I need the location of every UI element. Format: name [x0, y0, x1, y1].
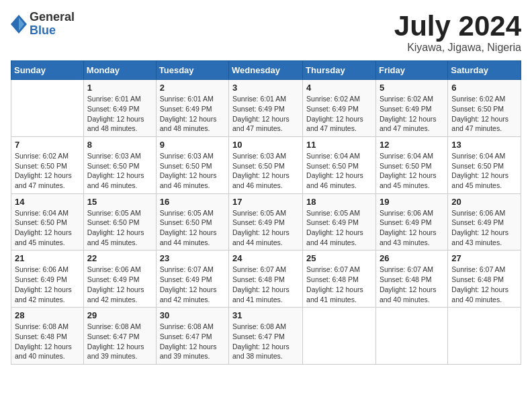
day-info: Sunrise: 6:07 AM Sunset: 6:48 PM Dayligh…: [451, 265, 517, 304]
day-number: 22: [87, 253, 152, 263]
day-info: Sunrise: 6:04 AM Sunset: 6:50 PM Dayligh…: [380, 151, 444, 191]
day-info: Sunrise: 6:01 AM Sunset: 6:49 PM Dayligh…: [160, 94, 225, 134]
day-cell: 9Sunrise: 6:03 AM Sunset: 6:50 PM Daylig…: [156, 136, 228, 193]
day-cell: 23Sunrise: 6:07 AM Sunset: 6:49 PM Dayli…: [156, 250, 228, 308]
day-cell: 10Sunrise: 6:03 AM Sunset: 6:50 PM Dayli…: [229, 136, 303, 193]
day-info: Sunrise: 6:08 AM Sunset: 6:48 PM Dayligh…: [15, 322, 80, 361]
day-info: Sunrise: 6:02 AM Sunset: 6:49 PM Dayligh…: [380, 94, 444, 134]
day-info: Sunrise: 6:06 AM Sunset: 6:49 PM Dayligh…: [380, 208, 444, 248]
day-info: Sunrise: 6:08 AM Sunset: 6:47 PM Dayligh…: [160, 322, 225, 361]
day-number: 31: [232, 310, 299, 320]
header-day-friday: Friday: [375, 61, 447, 80]
day-number: 26: [380, 253, 444, 263]
day-info: Sunrise: 6:08 AM Sunset: 6:47 PM Dayligh…: [232, 322, 299, 361]
day-number: 11: [306, 140, 372, 150]
subtitle: Kiyawa, Jigawa, Nigeria: [394, 42, 521, 54]
day-number: 21: [15, 253, 80, 263]
day-cell: 12Sunrise: 6:04 AM Sunset: 6:50 PM Dayli…: [375, 136, 447, 193]
week-row-5: 28Sunrise: 6:08 AM Sunset: 6:48 PM Dayli…: [11, 308, 521, 365]
day-info: Sunrise: 6:01 AM Sunset: 6:49 PM Dayligh…: [232, 94, 299, 134]
day-info: Sunrise: 6:04 AM Sunset: 6:50 PM Dayligh…: [451, 151, 517, 191]
day-info: Sunrise: 6:07 AM Sunset: 6:49 PM Dayligh…: [160, 265, 225, 304]
day-info: Sunrise: 6:04 AM Sunset: 6:50 PM Dayligh…: [306, 151, 372, 191]
header-day-tuesday: Tuesday: [156, 61, 228, 80]
day-cell: [448, 308, 521, 365]
day-number: 14: [15, 197, 80, 207]
day-cell: 18Sunrise: 6:05 AM Sunset: 6:49 PM Dayli…: [303, 193, 376, 250]
day-number: 1: [87, 83, 152, 93]
day-cell: 7Sunrise: 6:02 AM Sunset: 6:50 PM Daylig…: [11, 136, 84, 193]
day-number: 27: [451, 253, 517, 263]
day-number: 8: [87, 140, 152, 150]
day-number: 15: [87, 197, 152, 207]
day-cell: 8Sunrise: 6:03 AM Sunset: 6:50 PM Daylig…: [83, 136, 156, 193]
day-number: 23: [160, 253, 225, 263]
logo-general-text: General: [30, 11, 75, 24]
day-number: 6: [451, 83, 517, 93]
week-row-1: 1Sunrise: 6:01 AM Sunset: 6:49 PM Daylig…: [11, 80, 521, 137]
calendar-header: SundayMondayTuesdayWednesdayThursdayFrid…: [11, 61, 521, 80]
calendar-table: SundayMondayTuesdayWednesdayThursdayFrid…: [11, 60, 521, 365]
day-info: Sunrise: 6:01 AM Sunset: 6:49 PM Dayligh…: [87, 94, 152, 134]
day-number: 2: [160, 83, 225, 93]
day-cell: 5Sunrise: 6:02 AM Sunset: 6:49 PM Daylig…: [375, 80, 447, 137]
day-number: 4: [306, 83, 372, 93]
day-info: Sunrise: 6:03 AM Sunset: 6:50 PM Dayligh…: [87, 151, 152, 191]
day-cell: 29Sunrise: 6:08 AM Sunset: 6:47 PM Dayli…: [83, 308, 156, 365]
day-cell: [11, 80, 84, 137]
day-info: Sunrise: 6:03 AM Sunset: 6:50 PM Dayligh…: [232, 151, 299, 191]
day-cell: 25Sunrise: 6:07 AM Sunset: 6:48 PM Dayli…: [303, 250, 376, 308]
day-info: Sunrise: 6:05 AM Sunset: 6:49 PM Dayligh…: [306, 208, 372, 248]
day-cell: 6Sunrise: 6:02 AM Sunset: 6:50 PM Daylig…: [448, 80, 521, 137]
day-info: Sunrise: 6:07 AM Sunset: 6:48 PM Dayligh…: [380, 265, 444, 304]
day-number: 20: [451, 197, 517, 207]
logo-blue-text: Blue: [30, 24, 75, 38]
day-cell: [375, 308, 447, 365]
day-number: 29: [87, 310, 152, 320]
day-number: 24: [232, 253, 299, 263]
title-block: July 2024 Kiyawa, Jigawa, Nigeria: [394, 11, 521, 54]
week-row-3: 14Sunrise: 6:04 AM Sunset: 6:50 PM Dayli…: [11, 193, 521, 250]
header-day-sunday: Sunday: [11, 61, 84, 80]
day-cell: 21Sunrise: 6:06 AM Sunset: 6:49 PM Dayli…: [11, 250, 84, 308]
header-day-thursday: Thursday: [303, 61, 376, 80]
day-number: 16: [160, 197, 225, 207]
day-cell: [303, 308, 376, 365]
day-info: Sunrise: 6:05 AM Sunset: 6:49 PM Dayligh…: [232, 208, 299, 248]
day-number: 17: [232, 197, 299, 207]
day-info: Sunrise: 6:06 AM Sunset: 6:49 PM Dayligh…: [87, 265, 152, 304]
day-cell: 26Sunrise: 6:07 AM Sunset: 6:48 PM Dayli…: [375, 250, 447, 308]
day-number: 30: [160, 310, 225, 320]
day-cell: 19Sunrise: 6:06 AM Sunset: 6:49 PM Dayli…: [375, 193, 447, 250]
day-cell: 20Sunrise: 6:06 AM Sunset: 6:49 PM Dayli…: [448, 193, 521, 250]
page-header: General Blue July 2024 Kiyawa, Jigawa, N…: [11, 11, 521, 54]
day-cell: 4Sunrise: 6:02 AM Sunset: 6:49 PM Daylig…: [303, 80, 376, 137]
day-info: Sunrise: 6:05 AM Sunset: 6:50 PM Dayligh…: [160, 208, 225, 248]
day-cell: 16Sunrise: 6:05 AM Sunset: 6:50 PM Dayli…: [156, 193, 228, 250]
day-info: Sunrise: 6:02 AM Sunset: 6:50 PM Dayligh…: [15, 151, 80, 191]
day-info: Sunrise: 6:06 AM Sunset: 6:49 PM Dayligh…: [15, 265, 80, 304]
day-cell: 24Sunrise: 6:07 AM Sunset: 6:48 PM Dayli…: [229, 250, 303, 308]
header-row: SundayMondayTuesdayWednesdayThursdayFrid…: [11, 61, 521, 80]
day-info: Sunrise: 6:02 AM Sunset: 6:49 PM Dayligh…: [306, 94, 372, 134]
day-cell: 30Sunrise: 6:08 AM Sunset: 6:47 PM Dayli…: [156, 308, 228, 365]
day-number: 19: [380, 197, 444, 207]
week-row-4: 21Sunrise: 6:06 AM Sunset: 6:49 PM Dayli…: [11, 250, 521, 308]
day-info: Sunrise: 6:05 AM Sunset: 6:50 PM Dayligh…: [87, 208, 152, 248]
day-number: 3: [232, 83, 299, 93]
day-cell: 27Sunrise: 6:07 AM Sunset: 6:48 PM Dayli…: [448, 250, 521, 308]
calendar-body: 1Sunrise: 6:01 AM Sunset: 6:49 PM Daylig…: [11, 80, 521, 365]
logo-icon: [11, 15, 27, 34]
day-cell: 13Sunrise: 6:04 AM Sunset: 6:50 PM Dayli…: [448, 136, 521, 193]
day-cell: 11Sunrise: 6:04 AM Sunset: 6:50 PM Dayli…: [303, 136, 376, 193]
main-title: July 2024: [394, 11, 521, 42]
day-cell: 31Sunrise: 6:08 AM Sunset: 6:47 PM Dayli…: [229, 308, 303, 365]
day-info: Sunrise: 6:03 AM Sunset: 6:50 PM Dayligh…: [160, 151, 225, 191]
day-cell: 15Sunrise: 6:05 AM Sunset: 6:50 PM Dayli…: [83, 193, 156, 250]
day-number: 25: [306, 253, 372, 263]
header-day-monday: Monday: [83, 61, 156, 80]
day-number: 28: [15, 310, 80, 320]
day-info: Sunrise: 6:08 AM Sunset: 6:47 PM Dayligh…: [87, 322, 152, 361]
day-info: Sunrise: 6:04 AM Sunset: 6:50 PM Dayligh…: [15, 208, 80, 248]
day-info: Sunrise: 6:02 AM Sunset: 6:50 PM Dayligh…: [451, 94, 517, 134]
